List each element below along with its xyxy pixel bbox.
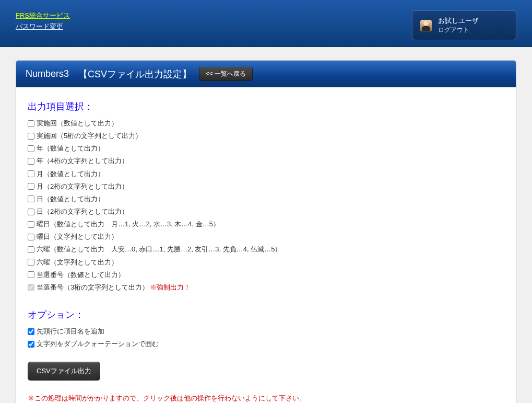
output-item-checkbox[interactable] bbox=[28, 246, 34, 253]
output-item-checkbox bbox=[28, 284, 34, 291]
output-item-checkbox[interactable] bbox=[28, 271, 34, 278]
warning-text-1: ※この処理は時間がかかりますので、クリック後は他の操作を行わないようにして下さい… bbox=[28, 393, 504, 403]
output-item-checkbox[interactable] bbox=[28, 158, 34, 165]
option-label: 先頭行に項目名を追加 bbox=[37, 326, 104, 337]
output-item-label: 日（数値として出力） bbox=[37, 194, 104, 204]
output-item-row: 日（数値として出力） bbox=[28, 193, 504, 205]
output-item-label: 実施回（5桁の文字列として出力） bbox=[37, 131, 142, 141]
output-item-row: 年（4桁の文字列として出力） bbox=[28, 155, 504, 167]
output-item-row: 月（数値として出力） bbox=[28, 168, 504, 180]
option-row: 先頭行に項目名を追加 bbox=[28, 325, 504, 338]
logout-link[interactable]: ログアウト bbox=[438, 26, 479, 34]
output-item-label: 六曜（数値として出力 大安…0, 赤口…1, 先勝…2, 友引…3, 先負…4,… bbox=[37, 244, 282, 255]
output-item-label: 曜日（数値として出力 月…1, 火…2, 水…3, 木…4, 金…5） bbox=[37, 219, 220, 229]
service-link[interactable]: FRS統合サービス bbox=[16, 10, 70, 21]
output-item-row: 年（数値として出力） bbox=[28, 142, 504, 155]
output-item-row: 六曜（数値として出力 大安…0, 赤口…1, 先勝…2, 友引…3, 先負…4,… bbox=[28, 243, 504, 256]
username-label: お試しユーザ bbox=[438, 16, 479, 26]
panel-body: 出力項目選択： 実施回（数値として出力）実施回（5桁の文字列として出力）年（数値… bbox=[16, 87, 516, 403]
output-item-row: 日（2桁の文字列として出力） bbox=[28, 205, 504, 218]
password-change-link[interactable]: パスワード変更 bbox=[16, 21, 70, 32]
output-item-row: 当選番号（数値として出力） bbox=[28, 269, 504, 281]
output-items-heading: 出力項目選択： bbox=[28, 100, 504, 113]
output-item-row: 六曜（文字列として出力） bbox=[28, 256, 504, 269]
output-item-checkbox[interactable] bbox=[28, 209, 34, 215]
option-checkbox[interactable] bbox=[28, 341, 34, 348]
output-item-checkbox[interactable] bbox=[28, 259, 34, 266]
output-item-label: 年（4桁の文字列として出力） bbox=[37, 156, 128, 166]
csv-settings-panel: Numbers3 【CSVファイル出力設定】 << 一覧へ戻る 出力項目選択： … bbox=[16, 60, 516, 403]
csv-export-button[interactable]: CSVファイル出力 bbox=[28, 362, 100, 381]
output-item-label: 日（2桁の文字列として出力） bbox=[37, 206, 128, 217]
output-item-label: 月（数値として出力） bbox=[37, 169, 104, 179]
output-item-checkbox[interactable] bbox=[28, 170, 34, 177]
output-item-label: 当選番号（数値として出力） bbox=[37, 270, 125, 280]
forced-output-note: ※強制出力！ bbox=[150, 282, 191, 293]
output-item-label: 曜日（文字列として出力） bbox=[37, 232, 118, 242]
output-item-row: 実施回（5桁の文字列として出力） bbox=[28, 130, 504, 142]
output-item-row: 曜日（数値として出力 月…1, 火…2, 水…3, 木…4, 金…5） bbox=[28, 218, 504, 231]
output-item-checkbox[interactable] bbox=[28, 221, 34, 228]
panel-header: Numbers3 【CSVファイル出力設定】 << 一覧へ戻る bbox=[16, 61, 516, 87]
main-container: Numbers3 【CSVファイル出力設定】 << 一覧へ戻る 出力項目選択： … bbox=[0, 47, 532, 403]
output-item-label: 当選番号（3桁の文字列として出力） bbox=[37, 282, 149, 293]
output-items-list: 実施回（数値として出力）実施回（5桁の文字列として出力）年（数値として出力）年（… bbox=[28, 117, 504, 294]
output-item-label: 年（数値として出力） bbox=[37, 143, 104, 154]
options-heading: オプション： bbox=[28, 308, 504, 321]
output-item-checkbox[interactable] bbox=[28, 133, 34, 140]
output-item-row: 月（2桁の文字列として出力） bbox=[28, 180, 504, 193]
output-item-checkbox[interactable] bbox=[28, 145, 34, 152]
user-box: お試しユーザ ログアウト bbox=[412, 10, 516, 40]
option-label: 文字列をダブルクォーテーションで囲む bbox=[37, 339, 159, 349]
output-item-row: 当選番号（3桁の文字列として出力） ※強制出力！ bbox=[28, 281, 504, 294]
output-item-label: 実施回（数値として出力） bbox=[37, 118, 118, 129]
panel-title-section: 【CSVファイル出力設定】 bbox=[78, 68, 192, 80]
output-item-label: 月（2桁の文字列として出力） bbox=[37, 181, 128, 192]
output-item-checkbox[interactable] bbox=[28, 195, 34, 202]
output-item-checkbox[interactable] bbox=[28, 120, 34, 127]
top-header: FRS統合サービス パスワード変更 お試しユーザ ログアウト bbox=[0, 0, 532, 47]
options-list: 先頭行に項目名を追加文字列をダブルクォーテーションで囲む bbox=[28, 325, 504, 350]
user-info: お試しユーザ ログアウト bbox=[438, 16, 479, 34]
output-item-checkbox[interactable] bbox=[28, 183, 34, 190]
panel-title-name: Numbers3 bbox=[26, 68, 69, 79]
output-item-row: 実施回（数値として出力） bbox=[28, 117, 504, 130]
option-checkbox[interactable] bbox=[28, 328, 34, 335]
warning-block-1: ※この処理は時間がかかりますので、クリック後は他の操作を行わないようにして下さい… bbox=[28, 393, 504, 403]
output-item-label: 六曜（文字列として出力） bbox=[37, 257, 118, 268]
back-to-list-button[interactable]: << 一覧へ戻る bbox=[199, 67, 253, 81]
output-item-row: 曜日（文字列として出力） bbox=[28, 231, 504, 243]
user-avatar-icon bbox=[420, 20, 432, 31]
option-row: 文字列をダブルクォーテーションで囲む bbox=[28, 338, 504, 350]
output-item-checkbox[interactable] bbox=[28, 234, 34, 240]
header-links: FRS統合サービス パスワード変更 bbox=[16, 10, 70, 32]
